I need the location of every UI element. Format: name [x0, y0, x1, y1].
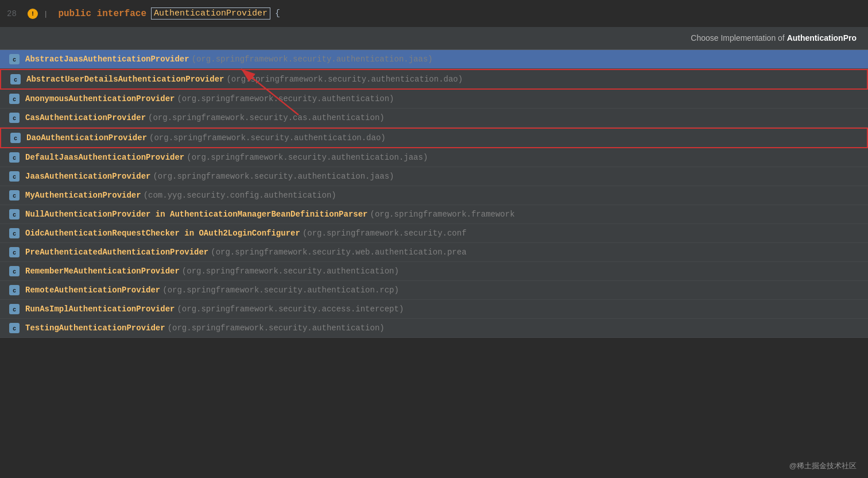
list-item-oidc[interactable]: cOidcAuthenticationRequestChecker in OAu…	[0, 224, 868, 243]
item-name-anonymous: AnonymousAuthenticationProvider	[25, 94, 175, 103]
list-item-null[interactable]: cNullAuthenticationProvider in Authentic…	[0, 205, 868, 224]
class-badge-testing: c	[9, 323, 20, 333]
item-package-jaas: (org.springframework.security.authentica…	[153, 172, 394, 181]
class-badge-cas: c	[9, 113, 20, 123]
item-name-run-as-impl: RunAsImplAuthenticationProvider	[25, 304, 175, 314]
item-package-cas: (org.springframework.security.cas.authen…	[148, 113, 385, 122]
interface-name: AuthenticationProvider	[151, 7, 270, 20]
list-item-run-as-impl[interactable]: cRunAsImplAuthenticationProvider (org.sp…	[0, 300, 868, 319]
item-package-remember-me: (org.springframework.security.authentica…	[182, 267, 399, 276]
implementations-list: cAbstractJaasAuthenticationProvider (org…	[0, 50, 868, 338]
class-badge-pre-authenticated: c	[9, 247, 20, 257]
class-badge-default-jaas: c	[9, 152, 20, 163]
item-package-pre-authenticated: (org.springframework.security.web.authen…	[211, 248, 466, 257]
item-package-testing: (org.springframework.security.authentica…	[168, 323, 385, 333]
list-item-default-jaas[interactable]: cDefaultJaasAuthenticationProvider (org.…	[0, 148, 868, 167]
tooltip-bold: AuthenticationPro	[787, 33, 857, 43]
item-name-oidc: OidcAuthenticationRequestChecker in OAut…	[25, 229, 300, 238]
list-item-testing[interactable]: cTestingAuthenticationProvider (org.spri…	[0, 319, 868, 338]
item-name-default-jaas: DefaultJaasAuthenticationProvider	[25, 153, 184, 162]
list-item-remember-me[interactable]: cRememberMeAuthenticationProvider (org.s…	[0, 262, 868, 281]
item-name-abstract-jaas: AbstractJaasAuthenticationProvider	[25, 55, 189, 64]
item-package-run-as-impl: (org.springframework.security.access.int…	[177, 304, 404, 314]
code-editor-bar: 28 ! | public interface AuthenticationPr…	[0, 0, 868, 28]
item-package-abstract-user-details: (org.springframework.security.authentica…	[226, 75, 463, 84]
item-package-remote: (org.springframework.security.authentica…	[162, 286, 399, 295]
class-badge-run-as-impl: c	[9, 304, 20, 314]
header-tooltip: Choose Implementation of AuthenticationP…	[0, 28, 868, 50]
item-name-remote: RemoteAuthenticationProvider	[25, 286, 160, 295]
line-number: 28	[7, 9, 23, 18]
item-package-anonymous: (org.springframework.security.authentica…	[177, 94, 394, 103]
list-item-dao[interactable]: cDaoAuthenticationProvider (org.springfr…	[0, 128, 868, 148]
list-item-jaas[interactable]: cJaasAuthenticationProvider (org.springf…	[0, 167, 868, 186]
class-badge-dao: c	[10, 133, 21, 143]
class-badge-jaas: c	[9, 171, 20, 182]
class-badge-abstract-user-details: c	[10, 74, 21, 84]
item-package-null: (org.springframework.framework	[370, 210, 515, 219]
item-name-cas: CasAuthenticationProvider	[25, 113, 146, 122]
item-name-dao: DaoAuthenticationProvider	[26, 133, 147, 142]
class-badge-null: c	[9, 209, 20, 219]
warning-icon: !	[28, 9, 38, 19]
code-keyword: public interface	[58, 9, 146, 19]
list-item-anonymous[interactable]: cAnonymousAuthenticationProvider (org.sp…	[0, 90, 868, 109]
list-item-abstract-jaas[interactable]: cAbstractJaasAuthenticationProvider (org…	[0, 50, 868, 69]
class-badge-my: c	[9, 190, 20, 201]
item-package-oidc: (org.springframework.security.conf	[303, 229, 467, 238]
item-package-abstract-jaas: (org.springframework.security.authentica…	[192, 55, 433, 64]
item-name-jaas: JaasAuthenticationProvider	[25, 172, 150, 181]
item-name-pre-authenticated: PreAuthenticatedAuthenticationProvider	[25, 248, 208, 257]
code-brace: {	[275, 9, 280, 18]
class-badge-remote: c	[9, 285, 20, 295]
class-badge-remember-me: c	[9, 266, 20, 276]
list-item-pre-authenticated[interactable]: cPreAuthenticatedAuthenticationProvider …	[0, 243, 868, 262]
item-name-null: NullAuthenticationProvider in Authentica…	[25, 210, 368, 219]
tooltip-label: Choose Implementation of AuthenticationP…	[691, 33, 857, 43]
class-badge-anonymous: c	[9, 94, 20, 104]
item-name-my: MyAuthenticationProvider	[25, 191, 141, 200]
item-package-my: (com.yyg.security.config.authentication)	[144, 191, 336, 200]
item-name-abstract-user-details: AbstractUserDetailsAuthenticationProvide…	[26, 75, 224, 84]
class-badge-oidc: c	[9, 228, 20, 238]
list-item-abstract-user-details[interactable]: cAbstractUserDetailsAuthenticationProvid…	[0, 69, 868, 90]
item-name-remember-me: RememberMeAuthenticationProvider	[25, 267, 180, 276]
item-name-testing: TestingAuthenticationProvider	[25, 323, 165, 333]
list-item-my[interactable]: cMyAuthenticationProvider (com.yyg.secur…	[0, 186, 868, 205]
item-package-default-jaas: (org.springframework.security.authentica…	[187, 153, 428, 162]
list-item-remote[interactable]: cRemoteAuthenticationProvider (org.sprin…	[0, 281, 868, 300]
class-badge-abstract-jaas: c	[9, 54, 20, 64]
item-package-dao: (org.springframework.security.authentica…	[149, 133, 386, 142]
watermark: @稀土掘金技术社区	[789, 461, 857, 471]
list-item-cas[interactable]: cCasAuthenticationProvider (org.springfr…	[0, 109, 868, 128]
